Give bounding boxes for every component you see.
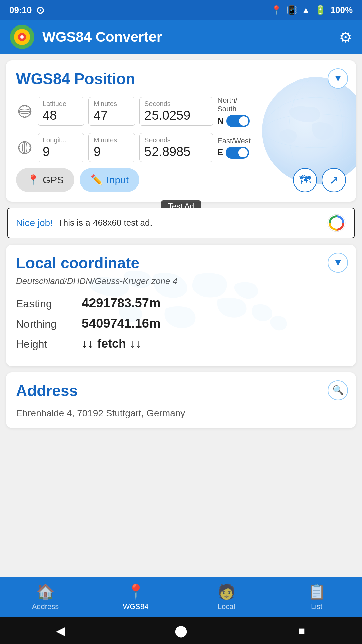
ad-container: Test Ad Nice job! This is a 468x60 test … — [7, 208, 355, 238]
lat-seconds-field[interactable]: Seconds 25.0259 — [139, 97, 213, 126]
main-content: WGS84 Position ▼ Latitude 48 Minutes 47 — [0, 54, 362, 515]
north-letter: N — [217, 116, 224, 126]
share-icon: ↗ — [329, 173, 339, 187]
status-bar: 09:10 ⊙ 📍 📳 ▲ 🔋 100% — [0, 0, 362, 20]
nav-wgs84-icon: 📍 — [127, 583, 145, 600]
share-button[interactable]: ↗ — [322, 168, 346, 192]
lon-minutes-field[interactable]: Minutes 9 — [88, 133, 135, 162]
status-right: 📍 📳 ▲ 🔋 100% — [271, 5, 353, 15]
local-card: Local coordinate ▼ Deutschland/DHDN/Gaus… — [6, 245, 356, 366]
nav-wgs84[interactable]: 📍 WGS84 — [90, 583, 181, 611]
latitude-label: Latitude — [43, 100, 79, 108]
lat-minutes-field[interactable]: Minutes 47 — [88, 97, 135, 126]
nav-local-label: Local — [218, 602, 235, 611]
ad-logo — [327, 214, 346, 232]
address-card: Address 🔍 Ehrenhalde 4, 70192 Stuttgart,… — [6, 372, 356, 428]
nav-list-icon: 📋 — [308, 583, 326, 600]
address-text: Ehrenhalde 4, 70192 Stuttgart, Germany — [16, 408, 346, 419]
wifi-icon: ▲ — [302, 5, 310, 15]
longitude-field[interactable]: Longit... 9 — [38, 133, 84, 162]
lon-minutes-label: Minutes — [94, 136, 130, 144]
gps-icon: 📍 — [27, 174, 39, 186]
search-icon: 🔍 — [332, 385, 344, 396]
action-row: 📍 GPS ✏️ Input 🗺 ↗ — [16, 168, 346, 192]
ad-nice-text: Nice job! — [16, 218, 53, 228]
longitude-value: 9 — [43, 145, 79, 159]
status-time: 09:10 — [9, 5, 32, 15]
lon-seconds-label: Seconds — [144, 136, 208, 144]
app-logo — [10, 25, 34, 49]
lat-minutes-label: Minutes — [94, 100, 130, 108]
lat-seconds-value: 25.0259 — [144, 108, 208, 123]
vibrate-icon: 📳 — [286, 5, 297, 15]
latitude-icon — [16, 103, 34, 120]
east-west-toggle[interactable] — [226, 147, 249, 159]
wgs84-card: WGS84 Position ▼ Latitude 48 Minutes 47 — [6, 60, 356, 202]
nav-list[interactable]: 📋 List — [272, 583, 362, 611]
nav-address-label: Address — [32, 602, 59, 611]
gps-label: GPS — [43, 174, 64, 186]
east-west-label: East/West — [217, 137, 251, 145]
address-title: Address — [16, 382, 346, 400]
lon-seconds-value: 52.8985 — [144, 145, 208, 159]
ad-main-text: This is a 468x60 test ad. — [58, 218, 322, 228]
battery-icon: 🔋 — [315, 5, 326, 15]
app-bar: WGS84 Converter ⚙ — [0, 20, 362, 54]
pencil-icon: ✏️ — [90, 174, 103, 186]
east-toggle-row: E — [217, 147, 249, 159]
settings-icon[interactable]: ⚙ — [339, 29, 352, 46]
nav-wgs84-label: WGS84 — [123, 602, 148, 611]
lat-minutes-value: 47 — [94, 108, 130, 123]
location-icon: 📍 — [271, 5, 282, 15]
android-home[interactable]: ⬤ — [171, 621, 191, 641]
lat-seconds-label: Seconds — [144, 100, 208, 108]
nav-address[interactable]: 🏠 Address — [0, 583, 90, 611]
world-map-bg — [6, 245, 356, 366]
longitude-label: Longit... — [43, 136, 79, 144]
north-south-container: North/South N — [217, 96, 250, 127]
longitude-row: Longit... 9 Minutes 9 Seconds 52.8985 Ea… — [16, 133, 346, 162]
nav-local[interactable]: 🧑 Local — [181, 583, 272, 611]
north-south-toggle[interactable] — [226, 115, 250, 127]
input-label: Input — [106, 174, 129, 186]
android-back[interactable]: ◀ — [50, 621, 70, 641]
gps-button[interactable]: 📍 GPS — [16, 168, 74, 192]
latitude-row: Latitude 48 Minutes 47 Seconds 25.0259 N… — [16, 96, 346, 127]
map-icon: 🗺 — [299, 173, 311, 186]
status-left: 09:10 ⊙ — [9, 4, 44, 16]
latitude-field[interactable]: Latitude 48 — [38, 97, 84, 126]
app-title: WGS84 Converter — [42, 29, 331, 45]
android-recent[interactable]: ■ — [292, 621, 312, 641]
address-search-btn[interactable]: 🔍 — [328, 380, 348, 400]
nav-list-label: List — [311, 602, 322, 611]
local-dropdown[interactable]: ▼ — [328, 253, 348, 273]
bottom-nav: 🏠 Address 📍 WGS84 🧑 Local 📋 List — [0, 577, 362, 617]
lon-seconds-field[interactable]: Seconds 52.8985 — [139, 133, 213, 162]
longitude-icon — [16, 139, 34, 156]
latitude-value: 48 — [43, 108, 79, 123]
north-south-label: North/South — [217, 96, 237, 114]
wgs84-dropdown[interactable]: ▼ — [328, 68, 348, 89]
nav-address-icon: 🏠 — [36, 583, 55, 600]
lon-minutes-value: 9 — [94, 145, 130, 159]
map-button[interactable]: 🗺 — [293, 168, 317, 192]
input-button[interactable]: ✏️ Input — [80, 168, 139, 192]
nav-local-icon: 🧑 — [217, 583, 236, 600]
notification-icon: ⊙ — [36, 4, 44, 16]
battery-percent: 100% — [330, 5, 353, 15]
north-toggle-row: N — [217, 115, 250, 127]
east-west-container: East/West E — [217, 137, 251, 159]
svg-point-4 — [264, 79, 356, 183]
ad-banner: Nice job! This is a 468x60 test ad. — [7, 208, 355, 238]
android-nav-bar: ◀ ⬤ ■ — [0, 617, 362, 644]
east-letter: E — [217, 147, 223, 158]
